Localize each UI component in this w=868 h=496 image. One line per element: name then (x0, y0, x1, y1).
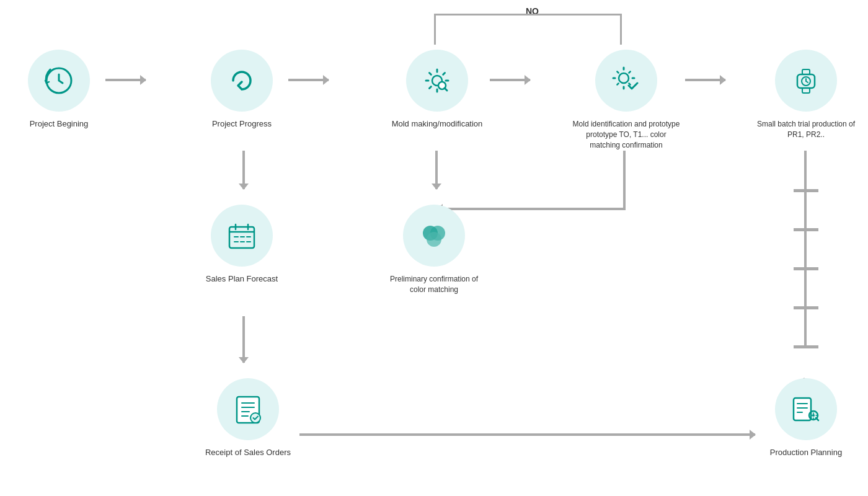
stair-vert1 (623, 151, 626, 210)
color-matching-icon-circle (403, 205, 465, 267)
small-batch-icon-circle (775, 50, 837, 112)
color-matching-label: Preliminary confirmation of color matchi… (384, 274, 484, 295)
receipt-sales-label: Receipt of Sales Orders (205, 448, 291, 457)
node-receipt-sales: Receipt of Sales Orders (198, 378, 298, 457)
node-sales-plan: Sales Plan Forecast (198, 205, 285, 283)
mold-identification-icon-circle (595, 50, 657, 112)
sales-plan-icon-circle (211, 205, 273, 267)
bottom-line (299, 433, 755, 436)
node-production-planning: Production Planning (756, 378, 856, 457)
watch-icon (789, 63, 823, 98)
calendar-icon (224, 218, 259, 253)
tick5 (794, 345, 818, 348)
color-circles-icon (417, 218, 451, 253)
vert-project-progress (242, 151, 245, 189)
tick1 (794, 189, 818, 192)
small-batch-label: Small batch trial production of PR1, PR2… (756, 119, 856, 140)
mold-identification-label: Mold identification and prototype protot… (570, 119, 682, 150)
vert-mold-making (435, 151, 438, 189)
sales-plan-label: Sales Plan Forecast (206, 274, 278, 283)
tick2 (794, 228, 818, 231)
receipt-list-icon (231, 392, 265, 427)
project-beginning-label: Project Begining (30, 119, 89, 128)
svg-point-17 (427, 232, 441, 247)
tick3 (794, 267, 818, 270)
svg-point-29 (812, 414, 815, 417)
production-planning-icon-circle (775, 378, 837, 440)
arrow-4-5 (685, 79, 725, 81)
vert-small-batch1 (804, 151, 807, 191)
refresh-icon (224, 63, 259, 98)
vert-small-batch3 (804, 228, 807, 268)
arrow-3-4 (490, 79, 530, 81)
svg-point-3 (619, 73, 629, 83)
receipt-icon-circle (217, 378, 279, 440)
gear-search-icon (420, 63, 454, 98)
flowchart: NO Project Begining Project Progress (0, 0, 868, 496)
mold-making-label: Mold making/modification (392, 119, 483, 128)
node-project-progress: Project Progress (198, 50, 285, 128)
arrow-2-3 (288, 79, 329, 81)
production-gear-doc-icon (789, 392, 823, 427)
vert-small-batch2 (804, 189, 807, 229)
vert-small-batch5 (804, 306, 807, 347)
top-connector-left (434, 14, 436, 45)
production-planning-label: Production Planning (770, 448, 842, 457)
svg-point-23 (250, 413, 260, 423)
gear-check-icon (609, 63, 644, 98)
node-color-matching: Preliminary confirmation of color matchi… (384, 205, 484, 295)
project-progress-label: Project Progress (212, 119, 272, 128)
project-progress-icon-circle (211, 50, 273, 112)
arrow-1-2 (105, 79, 146, 81)
clock-refresh-icon (42, 63, 76, 98)
top-connector-right (620, 14, 622, 45)
node-mold-making: Mold making/modification (388, 50, 487, 128)
vert-small-batch4 (804, 267, 807, 308)
top-connector-line (434, 14, 620, 16)
node-project-beginning: Project Begining (16, 50, 102, 128)
node-small-batch: Small batch trial production of PR1, PR2… (756, 50, 856, 140)
vert-sales-plan (242, 316, 245, 363)
mold-making-icon-circle (406, 50, 468, 112)
svg-rect-24 (794, 398, 811, 420)
tick4 (794, 306, 818, 309)
node-mold-identification: Mold identification and prototype protot… (570, 50, 682, 150)
project-beginning-icon-circle (28, 50, 90, 112)
